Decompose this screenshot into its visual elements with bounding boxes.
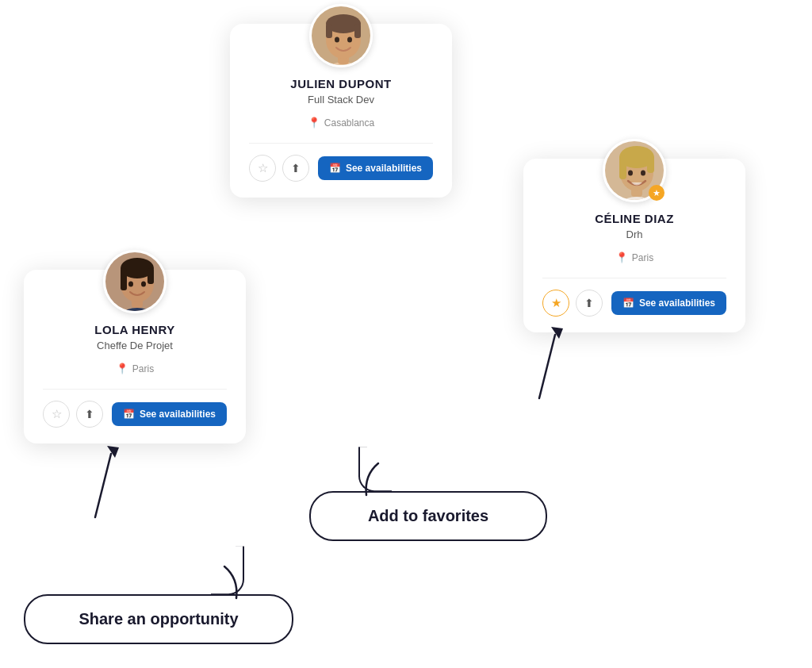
julien-role: Full Stack Dev <box>308 94 374 106</box>
julien-availabilities-button[interactable]: 📅 See availabilities <box>318 156 433 180</box>
julien-name: JULIEN DUPONT <box>290 77 391 90</box>
svg-point-11 <box>112 308 163 313</box>
avatar-celine: ★ <box>603 139 666 202</box>
svg-rect-24 <box>619 155 626 179</box>
share-arrow <box>63 438 127 517</box>
location-pin-icon: 📍 <box>308 117 320 129</box>
star-filled-icon: ★ <box>551 296 561 310</box>
svg-point-8 <box>347 37 352 43</box>
celine-action-icons: ★ ⬆ <box>542 290 603 317</box>
share-bubble-text: Share an opportunity <box>79 610 238 628</box>
avatar-lola <box>103 250 167 313</box>
julien-city: Casablanca <box>324 117 374 129</box>
location-pin-icon-celine: 📍 <box>615 251 628 263</box>
upload-icon: ⬆ <box>291 162 301 175</box>
calendar-icon: 📅 <box>329 163 341 174</box>
julien-availabilities-label: See availabilities <box>346 163 422 174</box>
celine-role: Drh <box>626 228 643 240</box>
lola-location: 📍 Paris <box>116 363 154 374</box>
profile-card-lola: LOLA HENRY Cheffe De Projet 📍 Paris ☆ ⬆ … <box>24 270 246 443</box>
lola-favorite-button[interactable]: ☆ <box>43 401 70 428</box>
avatar-julien-image <box>312 6 373 67</box>
location-pin-icon-lola: 📍 <box>116 363 128 374</box>
favorites-bubble-text: Add to favorites <box>368 507 488 524</box>
julien-location: 📍 Casablanca <box>308 117 374 129</box>
lola-name: LOLA HENRY <box>94 323 174 336</box>
celine-name: CÉLINE DIAZ <box>595 212 674 225</box>
svg-marker-29 <box>551 327 563 339</box>
profile-card-celine: ★ CÉLINE DIAZ Drh 📍 Paris ★ ⬆ 📅 See avai… <box>523 159 745 332</box>
celine-location: 📍 Paris <box>615 251 653 263</box>
upload-icon-celine: ⬆ <box>584 297 594 309</box>
lola-action-icons: ☆ ⬆ <box>43 401 103 428</box>
avatar-julien <box>309 4 373 67</box>
favorites-bubble: Add to favorites <box>309 491 547 541</box>
svg-point-18 <box>141 282 146 287</box>
svg-rect-15 <box>121 268 127 290</box>
celine-availabilities-button[interactable]: 📅 See availabilities <box>611 291 726 315</box>
julien-favorite-button[interactable]: ☆ <box>249 155 276 182</box>
svg-rect-25 <box>647 155 654 173</box>
celine-favorite-badge: ★ <box>649 185 665 201</box>
lola-actions: ☆ ⬆ 📅 See availabilities <box>43 389 227 428</box>
lola-share-button[interactable]: ⬆ <box>76 401 103 428</box>
favorite-star-badge-icon: ★ <box>653 188 661 198</box>
favorites-arrow <box>500 319 563 398</box>
lola-role: Cheffe De Projet <box>97 340 173 351</box>
celine-actions: ★ ⬆ 📅 See availabilities <box>542 278 726 317</box>
julien-share-button[interactable]: ⬆ <box>282 155 309 182</box>
svg-rect-16 <box>147 268 154 284</box>
julien-action-icons: ☆ ⬆ <box>249 155 309 182</box>
calendar-icon-lola: 📅 <box>123 409 135 420</box>
celine-city: Paris <box>632 252 653 263</box>
celine-favorite-button[interactable]: ★ <box>542 290 569 317</box>
svg-marker-28 <box>107 446 119 458</box>
svg-point-7 <box>335 37 339 43</box>
svg-point-26 <box>628 171 633 176</box>
bubble-tail-favorites <box>354 459 394 495</box>
profile-card-julien: JULIEN DUPONT Full Stack Dev 📍 Casablanc… <box>230 24 452 198</box>
celine-share-button[interactable]: ⬆ <box>576 290 603 317</box>
lola-availabilities-label: See availabilities <box>140 409 216 420</box>
celine-availabilities-label: See availabilities <box>639 298 715 309</box>
calendar-icon-celine: 📅 <box>622 298 634 309</box>
lola-availabilities-button[interactable]: 📅 See availabilities <box>112 402 227 426</box>
star-outline-icon-lola: ☆ <box>52 407 62 421</box>
svg-rect-6 <box>354 24 361 38</box>
star-outline-icon: ☆ <box>258 161 268 175</box>
svg-point-27 <box>641 171 645 176</box>
bubble-tail-share <box>209 562 248 598</box>
lola-city: Paris <box>132 363 154 374</box>
avatar-lola-image <box>105 252 167 313</box>
julien-actions: ☆ ⬆ 📅 See availabilities <box>249 143 433 182</box>
svg-rect-5 <box>326 24 332 38</box>
share-bubble: Share an opportunity <box>24 594 293 644</box>
svg-point-17 <box>128 282 133 287</box>
upload-icon-lola: ⬆ <box>85 408 94 420</box>
